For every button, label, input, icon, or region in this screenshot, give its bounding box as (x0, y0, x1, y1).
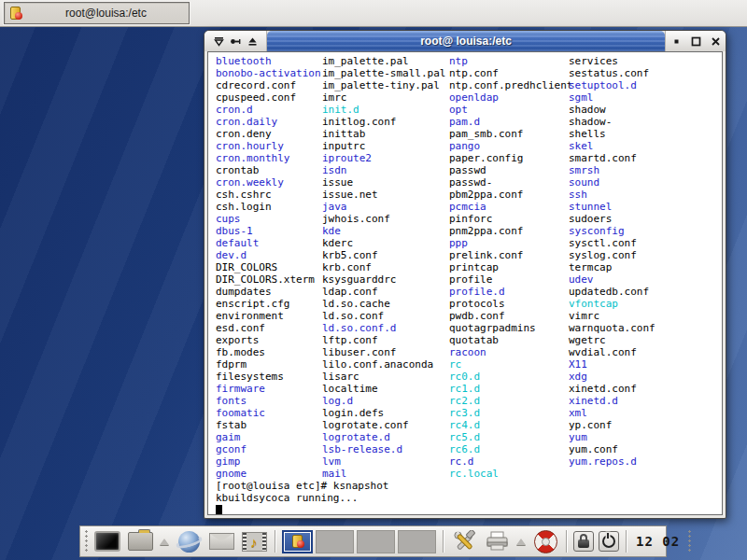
system-tools-launcher[interactable] (450, 528, 478, 554)
file-entry: im_palette-tiny.pal (322, 79, 445, 91)
email-launcher[interactable] (207, 528, 235, 554)
file-entry: ssh (569, 189, 655, 201)
file-entry: localtime (322, 383, 445, 395)
file-entry: updatedb.conf (569, 286, 655, 298)
file-entry: paper.config (449, 152, 572, 164)
terminal-screen[interactable]: bluetoothbonobo-activationcdrecord.confc… (207, 51, 723, 515)
file-entry: cpuspeed.conf (216, 91, 321, 104)
terminal-launcher[interactable] (93, 528, 121, 554)
file-entry: foomatic (216, 407, 321, 419)
panel-separator (275, 530, 275, 553)
file-entry: ld.so.conf.d (322, 322, 445, 334)
file-entry: cron.monthly (216, 152, 321, 164)
file-entry: csh.login (216, 201, 321, 213)
printer-icon (486, 531, 509, 552)
file-entry: exports (216, 334, 321, 346)
file-entry: dumpdates (216, 286, 321, 298)
top-taskbar: root@louisa:/etc (0, 0, 747, 27)
file-entry: shadow (569, 104, 655, 116)
panel-separator (443, 530, 444, 553)
file-entry: passwd (449, 164, 572, 176)
file-entry: sysconfig (569, 225, 655, 237)
file-entry: bonobo-activation (216, 67, 321, 79)
file-entry: ntp.conf (449, 67, 572, 79)
file-entry: kderc (322, 237, 445, 249)
panel-drag-handle-right[interactable] (687, 529, 692, 553)
file-entry: log.d (322, 395, 445, 407)
file-entry: cups (216, 213, 321, 225)
file-entry: syslog.conf (569, 249, 655, 261)
file-entry: ldap.conf (322, 286, 445, 298)
file-entry: logrotate.d (322, 431, 445, 443)
web-browser-launcher[interactable] (175, 528, 203, 554)
shell-status-line: kbuildsycoca running... (208, 492, 722, 504)
file-entry: sound (569, 176, 655, 189)
panel-more-arrow[interactable] (515, 539, 527, 545)
multimedia-launcher[interactable]: ♪ (240, 528, 268, 554)
file-entry: fb.modes (216, 346, 321, 358)
pager-desktop-4[interactable] (398, 530, 436, 553)
terminal-cursor (216, 505, 222, 515)
digital-clock[interactable]: 12 02 (633, 534, 683, 549)
close-icon[interactable] (710, 35, 722, 48)
file-entry: pango (449, 140, 572, 152)
file-entry: issue.net (322, 189, 445, 201)
file-manager-launcher[interactable] (126, 528, 154, 554)
file-entry: rc1.d (449, 383, 572, 395)
logout-button[interactable] (599, 531, 619, 552)
help-launcher[interactable] (531, 528, 559, 554)
taskbar-window-button-label: root@louisa:/etc (23, 7, 189, 20)
shell-prompt-line: [root@louisa etc]# ksnapshot (208, 480, 722, 492)
file-entry: dev.d (216, 249, 321, 261)
file-entry: udev (569, 273, 655, 286)
file-entry: sestatus.conf (569, 67, 655, 79)
window-titlebar[interactable]: root@ louisa:/etc (204, 31, 726, 51)
file-entry: services (569, 55, 655, 67)
file-entry: termcap (569, 261, 655, 273)
maximize-icon[interactable] (690, 35, 702, 48)
file-entry: issue (322, 176, 445, 189)
file-entry: pam_smb.conf (449, 128, 572, 140)
file-entry: environment (216, 310, 321, 322)
file-entry: libuser.conf (322, 346, 445, 358)
panel-drag-handle-left[interactable] (84, 529, 89, 553)
launcher-expand-arrow[interactable] (159, 539, 170, 545)
file-entry: fonts (216, 395, 321, 407)
pager-desktop-3[interactable] (357, 530, 395, 553)
pager-desktop-1[interactable] (282, 530, 313, 553)
pager-desktop-2[interactable] (316, 530, 354, 553)
file-entry: ksysguarddrc (322, 273, 445, 286)
file-entry: dbus-1 (216, 225, 321, 237)
file-entry: racoon (449, 346, 572, 358)
file-entry: inputrc (322, 140, 445, 152)
file-entry: cron.weekly (216, 176, 321, 189)
file-entry: xinetd.d (569, 395, 655, 407)
file-entry: logrotate.conf (322, 419, 445, 431)
lock-screen-button[interactable] (573, 531, 594, 552)
file-entry: rc5.d (449, 431, 572, 443)
file-entry: isdn (322, 164, 445, 176)
tools-icon (453, 530, 476, 553)
file-entry: rc0.d (449, 371, 572, 383)
terminal-window: root@ louisa:/etc bluetoothbonobo-activa… (204, 30, 726, 519)
printer-launcher[interactable] (483, 528, 511, 554)
minimize-icon[interactable] (670, 35, 683, 48)
menu-icon[interactable] (213, 35, 225, 48)
file-entry: pbm2ppa.conf (449, 189, 572, 201)
file-entry: quotagrpadmins (449, 322, 572, 334)
file-entry: lisarc (322, 371, 445, 383)
file-entry: openldap (449, 91, 572, 104)
file-entry: ld.so.cache (322, 298, 445, 310)
file-entry: lvm (322, 455, 445, 468)
file-entry: sysctl.conf (569, 237, 655, 249)
up-arrow-icon (516, 539, 526, 545)
konsole-icon (8, 6, 23, 21)
file-entry: lilo.conf.anaconda (322, 358, 445, 371)
file-entry: firmware (216, 383, 321, 395)
pin-icon[interactable] (230, 35, 242, 48)
taskbar-window-button[interactable]: root@louisa:/etc (4, 2, 190, 24)
file-entry: imrc (322, 91, 445, 104)
shade-icon[interactable] (247, 35, 259, 48)
file-entry: warnquota.conf (569, 322, 655, 334)
file-entry: krb5.conf (322, 249, 445, 261)
